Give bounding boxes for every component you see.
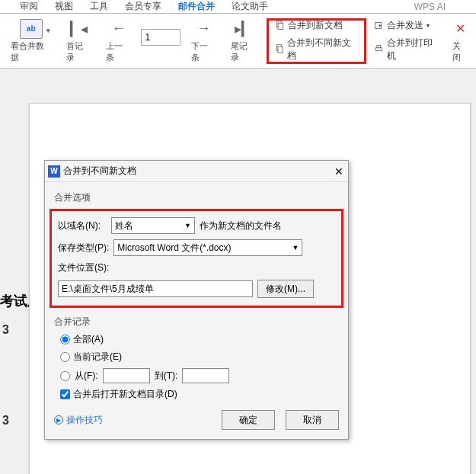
record-number-input[interactable] bbox=[141, 29, 180, 46]
wps-ai-label[interactable]: WPS AI bbox=[414, 2, 446, 12]
prev-record-button[interactable]: ← 上一条 bbox=[98, 14, 138, 68]
send-icon bbox=[374, 21, 384, 31]
menu-thesis[interactable]: 论文助手 bbox=[232, 0, 268, 13]
file-location-label: 文件位置(S): bbox=[58, 261, 109, 274]
operation-tips-link[interactable]: ▶ 操作技巧 bbox=[54, 414, 103, 427]
chevron-down-icon: ▼ bbox=[184, 222, 191, 229]
ribbon-toolbar: ab 看合并数据 ▎◂ 首记录 ← 上一条 → 下一条 ▸▎ 尾记录 合并到新文… bbox=[0, 14, 476, 69]
doc-copy-icon bbox=[275, 44, 285, 55]
prev-icon: ← bbox=[111, 21, 125, 37]
doc-copy-icon bbox=[275, 21, 285, 31]
first-icon: ▎◂ bbox=[70, 21, 88, 37]
close-mailmerge-button[interactable]: ✕ 关闭 bbox=[445, 14, 476, 68]
svg-rect-1 bbox=[278, 23, 283, 29]
view-merge-data-button[interactable]: ab 看合并数据 bbox=[3, 14, 59, 68]
open-after-merge-checkbox[interactable] bbox=[60, 389, 70, 399]
dialog-titlebar: W 合并到不同新文档 ✕ bbox=[45, 161, 348, 182]
menu-mailmerge[interactable]: 邮件合并 bbox=[178, 0, 215, 13]
cancel-button[interactable]: 取消 bbox=[286, 410, 339, 430]
merge-options-label: 合并选项 bbox=[54, 191, 339, 204]
records-to-label: 到(T): bbox=[155, 370, 178, 383]
menu-tools[interactable]: 工具 bbox=[90, 0, 108, 13]
merge-to-diff-new-doc-button[interactable]: 合并到不同新文档 bbox=[275, 37, 359, 62]
open-after-merge-label: 合并后打开新文档目录(D) bbox=[73, 388, 177, 401]
merge-dialog: W 合并到不同新文档 ✕ 合并选项 以域名(N): 姓名▼ 作为新文档的文件名 … bbox=[44, 160, 349, 440]
play-icon: ▶ bbox=[54, 415, 63, 424]
dialog-title-text: 合并到不同新文档 bbox=[63, 165, 136, 178]
save-type-dropdown[interactable]: Microsoft Word 文件(*.docx)▼ bbox=[113, 239, 302, 256]
save-type-label: 保存类型(P): bbox=[58, 242, 109, 255]
records-current-radio[interactable] bbox=[60, 352, 70, 362]
field-name-dropdown[interactable]: 姓名▼ bbox=[111, 217, 195, 234]
last-icon: ▸▎ bbox=[235, 21, 252, 37]
next-icon: → bbox=[196, 21, 210, 37]
merge-print-button[interactable]: 合并到打印机 bbox=[374, 37, 439, 62]
merge-send-button[interactable]: 合并发送 ▾ bbox=[374, 19, 439, 32]
last-record-button[interactable]: ▸▎ 尾记录 bbox=[223, 14, 263, 68]
chevron-down-icon: ▾ bbox=[426, 22, 430, 29]
menu-review[interactable]: 审阅 bbox=[20, 0, 38, 13]
next-record-button[interactable]: → 下一条 bbox=[184, 14, 223, 68]
svg-rect-3 bbox=[277, 46, 282, 53]
menu-member[interactable]: 会员专享 bbox=[125, 0, 161, 13]
svg-rect-6 bbox=[377, 46, 381, 48]
ok-button[interactable]: 确定 bbox=[222, 410, 275, 430]
side-number-2: 3 bbox=[0, 414, 11, 428]
side-number-1: 3 bbox=[0, 323, 11, 337]
records-all-label: 全部(A) bbox=[73, 333, 104, 346]
menu-view[interactable]: 视图 bbox=[55, 0, 73, 13]
data-grid-icon: ab bbox=[20, 19, 43, 39]
records-range-radio[interactable] bbox=[60, 371, 70, 381]
file-location-input[interactable] bbox=[58, 280, 253, 297]
records-from-label: 从(F): bbox=[75, 370, 98, 383]
menu-bar: 审阅 视图 工具 会员专享 邮件合并 论文助手 WPS AI bbox=[0, 0, 476, 14]
filename-hint-text: 作为新文档的文件名 bbox=[200, 219, 282, 232]
svg-rect-5 bbox=[376, 48, 382, 51]
records-all-radio[interactable] bbox=[60, 335, 70, 344]
merge-to-new-doc-button[interactable]: 合并到新文档 bbox=[275, 19, 359, 32]
print-icon bbox=[374, 44, 384, 55]
wps-app-icon: W bbox=[48, 165, 60, 178]
records-to-input[interactable] bbox=[182, 368, 229, 383]
modify-path-button[interactable]: 修改(M)... bbox=[257, 280, 314, 298]
merge-buttons-highlight: 合并到新文档 合并到不同新文档 bbox=[267, 18, 367, 64]
first-record-button[interactable]: ▎◂ 首记录 bbox=[59, 14, 98, 68]
field-name-label: 以域名(N): bbox=[58, 219, 107, 232]
records-from-input[interactable] bbox=[103, 368, 150, 383]
merge-records-label: 合并记录 bbox=[54, 315, 339, 328]
close-x-icon: ✕ bbox=[455, 21, 465, 36]
options-highlight-box: 以域名(N): 姓名▼ 作为新文档的文件名 保存类型(P): Microsoft… bbox=[50, 209, 343, 308]
chevron-down-icon: ▼ bbox=[292, 244, 299, 251]
dialog-close-button[interactable]: ✕ bbox=[334, 165, 343, 178]
records-current-label: 当前记录(E) bbox=[73, 351, 122, 364]
